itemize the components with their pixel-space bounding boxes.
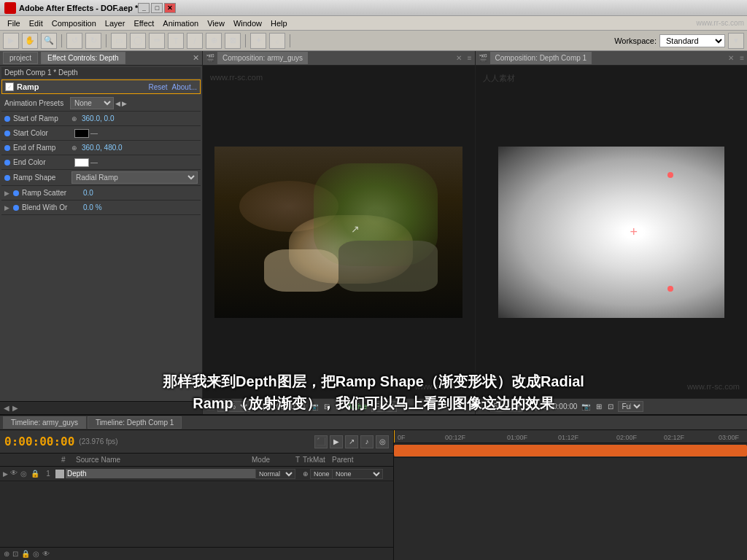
ec-end-ramp-icon[interactable]: ⊕ [71,144,77,152]
ec-start-ramp-value[interactable]: 360.0, 0.0 [82,114,114,122]
ec-ramp-scatter-expand[interactable]: ▶ [4,190,12,197]
comp-army-quality[interactable]: Full [371,401,397,412]
tl-btn-export[interactable]: ↗ [345,435,358,448]
depth-handle-top[interactable] [667,172,673,178]
tool-rotate[interactable]: ↺ [66,33,82,49]
maximize-btn[interactable]: □ [151,3,163,13]
anim-preset-prev[interactable]: ◀ [115,100,120,107]
tl-btn-audio[interactable]: ♪ [360,435,374,448]
layer-solo-btn[interactable]: ◎ [20,470,31,478]
col-header-parent[interactable]: Parent [332,456,390,464]
menu-edit[interactable]: Edit [25,18,47,29]
ec-ramp-header[interactable]: ✓ Ramp Reset About... [1,79,201,94]
tl-btn-render[interactable]: ▶ [330,435,343,448]
timeline-track-area: 0F 00:12F 01:00F 01:12F 02:00F 02:12F 03… [394,430,747,560]
layer-mode-select[interactable]: Normal [255,469,295,479]
comp-army-zoom-dropdown[interactable]: ▾ [253,402,257,411]
ec-end-ramp-value[interactable]: 360.0, 480.0 [82,144,123,152]
tl-bottom-icon4[interactable]: ◎ [32,549,40,559]
comp-army-tab[interactable]: Composition: army_guys [217,52,308,64]
comp-army-preview-icon[interactable]: ⬛ [206,402,214,411]
ec-reset-btn[interactable]: Reset [148,83,167,91]
ec-blend-value[interactable]: 0.0 % [83,203,102,211]
comp-depth-tab[interactable]: Composition: Depth Comp 1 [490,52,592,64]
workspace-select[interactable]: Standard [659,34,725,47]
tool-clone[interactable]: ⊕ [206,33,222,49]
project-tab[interactable]: project [3,52,38,64]
tool-rect[interactable]: ▭ [111,33,127,49]
menu-window[interactable]: Window [229,18,266,29]
anim-preset-next[interactable]: ▶ [122,100,127,107]
comp-army-grid-icon[interactable]: ⊞ [324,402,330,411]
comp-depth-close[interactable]: ✕ [728,54,734,62]
comp-depth-zoom-dropdown[interactable]: ▾ [526,402,530,411]
workspace-menu-btn[interactable]: ▾ [728,33,744,49]
tl-bottom-icon2[interactable]: ⊡ [12,549,19,559]
tool-puppet[interactable]: ✦ [250,33,266,49]
timeline-tab-army[interactable]: Timeline: army_guys [3,416,86,429]
comp-army-zoom[interactable]: 50% [217,401,250,412]
tool-pen[interactable]: ✏ [149,33,165,49]
close-btn[interactable]: ✕ [164,3,176,13]
comp-depth-zoom[interactable]: 50% [490,401,523,412]
tl-btn-solo[interactable]: ◎ [376,435,389,448]
tool-brush[interactable]: / [187,33,203,49]
tool-select[interactable]: ▶ [3,33,19,49]
playhead[interactable] [394,430,395,443]
layer-parent-select[interactable]: None [332,469,383,479]
ec-ramp-shape-select[interactable]: Radial Ramp Linear Ramp [71,171,198,184]
tl-bottom-icon1[interactable]: ⊕ [3,549,10,559]
ec-start-ramp-icon[interactable]: ⊕ [71,115,77,122]
comp-depth-menu[interactable]: ≡ [740,54,744,62]
comp-army-safe-icon[interactable]: ⊡ [336,402,341,411]
tl-btn-compose[interactable]: ⬛ [314,435,328,448]
comp-army-close[interactable]: ✕ [456,54,462,62]
tool-hand[interactable]: ✋ [22,33,38,49]
ec-about-btn[interactable]: About... [172,83,197,91]
menu-view[interactable]: View [203,18,229,29]
comp-army-menu[interactable]: ≡ [468,54,472,62]
menu-composition[interactable]: Composition [47,18,101,29]
tool-r2[interactable]: ↻ [85,33,101,49]
effect-controls-tab[interactable]: Effect Controls: Depth [41,52,125,64]
menu-effect[interactable]: Effect [129,18,158,29]
col-header-source[interactable]: Source Name [76,456,252,464]
ec-blend-expand[interactable]: ▶ [4,204,12,211]
layer-visibility-btn[interactable]: 👁 [10,469,20,479]
anim-presets-select[interactable]: None [70,97,114,109]
panel-close-btn[interactable]: ✕ [193,53,199,63]
layer-name-field[interactable] [66,469,255,478]
tool-oval[interactable]: ◯ [130,33,146,49]
tool-text[interactable]: T [168,33,184,49]
col-header-mode[interactable]: Mode [252,456,295,464]
ec-start-color-bullet [4,131,10,136]
timeline-timecode[interactable]: 0:00:00:00 [4,435,74,448]
tl-bottom-icon5[interactable]: 👁 [42,549,50,559]
lp-icon1[interactable]: ◀ [3,403,10,413]
ec-ramp-name: Ramp [17,82,148,91]
tool-zoom[interactable]: 🔍 [41,33,57,49]
menu-file[interactable]: File [3,18,25,29]
timeline-tab-depth[interactable]: Timeline: Depth Comp 1 [88,416,182,429]
menu-animation[interactable]: Animation [158,18,203,29]
tl-bottom-icon3[interactable]: 🔒 [20,549,31,559]
minimize-btn[interactable]: _ [138,3,150,13]
comp-depth-safe-icon[interactable]: ⊡ [608,402,614,411]
ec-ramp-scatter-value[interactable]: 0.0 [83,189,93,197]
ec-ramp-checkbox[interactable]: ✓ [5,82,14,91]
comp-depth-quality[interactable]: Full [618,401,643,412]
comp-depth-grid-icon[interactable]: ⊞ [596,402,602,411]
layer-expand-btn[interactable]: ▶ [3,470,10,478]
col-header-trk[interactable]: TrkMat [303,456,332,464]
tool-roto[interactable]: ⬦ [269,33,285,49]
track-bar-depth[interactable] [394,445,747,456]
menu-help[interactable]: Help [266,18,292,29]
layer-lock-btn[interactable]: 🔒 [31,470,41,478]
menu-layer[interactable]: Layer [101,18,130,29]
lp-icon2[interactable]: ▶ [12,403,19,413]
ec-start-color-swatch[interactable] [74,129,89,138]
ec-end-color-swatch[interactable] [74,158,89,167]
comp-depth-preview-icon[interactable]: ⬛ [479,402,487,411]
depth-center-handle[interactable]: + [630,225,638,240]
tool-eraser[interactable]: ⊠ [225,33,241,49]
